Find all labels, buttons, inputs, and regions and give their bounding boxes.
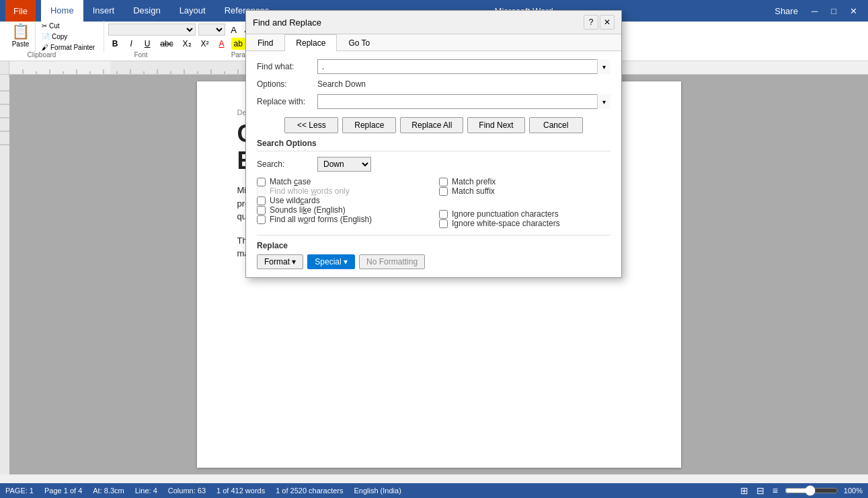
- ignore-whitespace-checkbox[interactable]: [439, 219, 448, 228]
- find-next-button[interactable]: Find Next: [467, 117, 524, 133]
- paste-button[interactable]: 📋 Paste: [5, 21, 36, 52]
- wildcards-checkbox[interactable]: [257, 197, 266, 205]
- font-color-button[interactable]: A: [215, 38, 229, 50]
- sounds-like-label[interactable]: Sounds like (English): [270, 205, 346, 215]
- zoom-slider[interactable]: [785, 485, 838, 496]
- no-formatting-button[interactable]: No Formatting: [359, 254, 425, 269]
- status-bar: PAGE: 1 Page 1 of 4 At: 8.3cm Line: 4 Co…: [0, 483, 868, 498]
- read-mode-button[interactable]: ≡: [771, 485, 779, 496]
- search-options-title: Search Options: [257, 139, 610, 151]
- replace-all-button[interactable]: Replace All: [400, 117, 463, 133]
- special-dropdown-button[interactable]: Special ▾: [307, 254, 355, 269]
- options-value: Search Down: [317, 79, 366, 89]
- search-options-grid: Match case Find whole words only Use wil…: [257, 177, 610, 228]
- sounds-like-checkbox[interactable]: [257, 206, 266, 215]
- right-checkboxes: Match prefix Match suffix Ignore punctua…: [439, 177, 610, 228]
- highlight-button[interactable]: ab: [231, 38, 245, 50]
- subscript-button[interactable]: X₂: [180, 38, 195, 50]
- find-input-wrapper: ▾: [317, 59, 610, 74]
- title-actions: Share ─ □ ✕: [769, 5, 863, 17]
- ignore-punct-label[interactable]: Ignore punctuation characters: [452, 209, 559, 219]
- search-direction-label: Search:: [257, 159, 317, 169]
- cancel-button[interactable]: Cancel: [529, 117, 583, 133]
- underline-button[interactable]: U: [141, 38, 154, 50]
- zoom-level: 100%: [844, 487, 863, 495]
- replace-section-title: Replace: [257, 241, 610, 250]
- ruler-corner: [0, 61, 9, 74]
- tab-home[interactable]: Home: [41, 0, 83, 22]
- options-row: Options: Search Down: [257, 79, 610, 89]
- find-replace-dialog: Find and Replace ? ✕ Find Replace Go To …: [245, 10, 622, 278]
- search-direction-select[interactable]: Down Up All: [317, 157, 371, 172]
- ignore-punct-checkbox[interactable]: [439, 210, 448, 219]
- sounds-like-row: Sounds like (English): [257, 205, 428, 215]
- replace-with-dropdown[interactable]: ▾: [597, 94, 610, 109]
- italic-button[interactable]: I: [124, 38, 138, 50]
- whole-words-checkbox[interactable]: [257, 187, 266, 196]
- tab-design[interactable]: Design: [124, 0, 169, 22]
- replace-input-wrapper: ▾: [317, 94, 610, 109]
- font-size-select[interactable]: [198, 24, 225, 36]
- match-suffix-label[interactable]: Match suffix: [452, 186, 495, 196]
- ignore-whitespace-label[interactable]: Ignore white-space characters: [452, 219, 560, 228]
- find-what-input[interactable]: [317, 59, 610, 74]
- clipboard-group: 📋 Paste ✂ Cut 📄 Copy 🖌 Format Painter: [5, 21, 104, 52]
- font-label: Font: [82, 51, 200, 59]
- ignore-punct-row: Ignore punctuation characters: [439, 209, 610, 219]
- less-button[interactable]: << Less: [284, 117, 338, 133]
- whole-words-row: Find whole words only: [257, 186, 428, 196]
- dialog-tab-replace[interactable]: Replace: [284, 34, 337, 51]
- replace-format-buttons: Format ▾ Special ▾ No Formatting: [257, 254, 610, 269]
- replace-single-button[interactable]: Replace: [342, 117, 396, 133]
- whole-words-label[interactable]: Find whole words only: [270, 186, 350, 196]
- match-prefix-checkbox[interactable]: [439, 178, 448, 186]
- replace-with-input[interactable]: [317, 94, 610, 109]
- svg-rect-30: [0, 77, 9, 474]
- status-column: Column: 63: [168, 487, 206, 495]
- dialog-title-buttons: ? ✕: [584, 15, 615, 30]
- maximize-button[interactable]: □: [826, 5, 842, 17]
- close-button[interactable]: ✕: [844, 5, 863, 17]
- copy-icon: 📄: [42, 33, 50, 40]
- match-suffix-checkbox[interactable]: [439, 187, 448, 196]
- dialog-title-bar[interactable]: Find and Replace ? ✕: [246, 11, 621, 34]
- find-what-dropdown[interactable]: ▾: [597, 59, 610, 74]
- strikethrough-button[interactable]: abc: [157, 38, 176, 50]
- font-grow-button[interactable]: A: [228, 24, 239, 36]
- dialog-tab-find[interactable]: Find: [246, 34, 284, 51]
- minimize-button[interactable]: ─: [806, 5, 823, 17]
- copy-button[interactable]: 📄 Copy: [38, 32, 98, 42]
- format-painter-icon: 🖌: [42, 44, 48, 51]
- search-direction-row: Search: Down Up All: [257, 157, 610, 172]
- format-dropdown-button[interactable]: Format ▾: [257, 254, 303, 269]
- cut-button[interactable]: ✂ Cut: [38, 21, 98, 31]
- options-label: Options:: [257, 79, 317, 89]
- find-what-row: Find what: ▾: [257, 59, 610, 74]
- search-options-section: Search Options Search: Down Up All Match…: [257, 139, 610, 228]
- share-button[interactable]: Share: [769, 5, 803, 17]
- match-prefix-label[interactable]: Match prefix: [452, 177, 496, 186]
- status-language: English (India): [354, 487, 401, 495]
- match-case-label[interactable]: Match case: [270, 177, 311, 186]
- dialog-help-button[interactable]: ?: [584, 15, 598, 30]
- all-word-forms-checkbox[interactable]: [257, 215, 266, 224]
- web-layout-button[interactable]: ⊟: [755, 485, 766, 496]
- all-word-forms-row: Find all word forms (English): [257, 215, 428, 224]
- file-tab[interactable]: File: [5, 0, 36, 22]
- font-name-select[interactable]: [108, 24, 196, 36]
- dialog-close-button[interactable]: ✕: [600, 15, 615, 30]
- font-row-2: B I U abc X₂ X² A ab: [108, 38, 252, 50]
- clipboard-label: Clipboard: [1, 51, 82, 59]
- bold-button[interactable]: B: [108, 38, 122, 50]
- match-case-checkbox[interactable]: [257, 178, 266, 186]
- ignore-whitespace-row: Ignore white-space characters: [439, 219, 610, 228]
- wildcards-label[interactable]: Use wildcards: [270, 196, 320, 205]
- dialog-tab-goto[interactable]: Go To: [337, 34, 381, 51]
- left-margin-ruler: [0, 75, 9, 474]
- print-layout-button[interactable]: ⊞: [739, 485, 750, 496]
- tab-insert[interactable]: Insert: [83, 0, 124, 22]
- all-word-forms-label[interactable]: Find all word forms (English): [270, 215, 372, 224]
- clipboard-small-btns: ✂ Cut 📄 Copy 🖌 Format Painter: [38, 21, 98, 52]
- superscript-button[interactable]: X²: [198, 38, 212, 50]
- tab-layout[interactable]: Layout: [170, 0, 215, 22]
